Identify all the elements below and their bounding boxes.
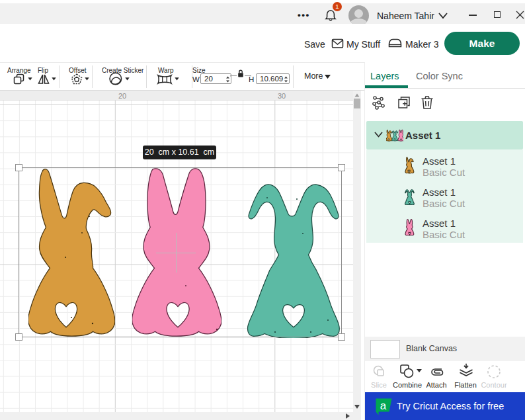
svg-text:a: a [380,399,387,412]
